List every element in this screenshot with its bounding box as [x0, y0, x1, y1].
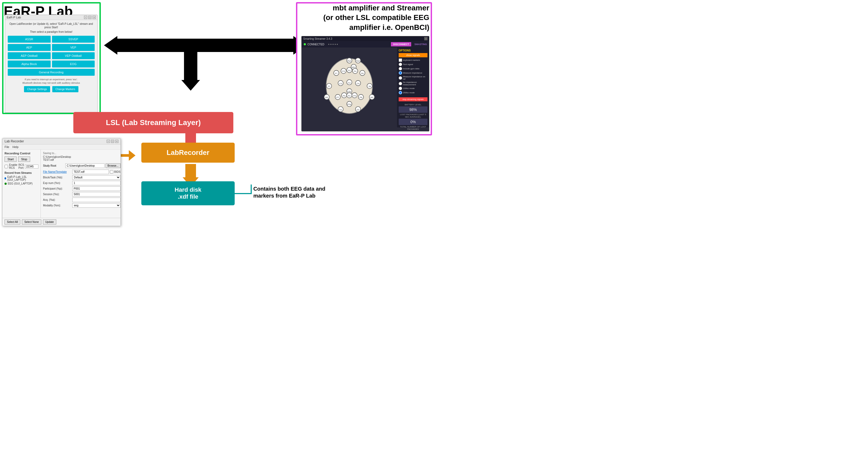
change-settings-button[interactable]: Change Settings	[24, 86, 50, 92]
svg-text:C4: C4	[357, 83, 360, 85]
measure-impedance-ref-radio[interactable]	[399, 76, 402, 80]
svg-text:M1: M1	[326, 96, 328, 99]
test-signal-radio[interactable]	[399, 63, 402, 66]
keyboard-markers-label: keyboard markers	[403, 59, 420, 61]
hz250-radio[interactable]	[399, 91, 402, 94]
minimize-btn[interactable]: −	[84, 16, 87, 19]
instruction-text: Open LabRecorder (or Update it), select …	[8, 22, 95, 29]
svg-text:POz: POz	[347, 103, 351, 105]
exp-num-label: Exp num (%n):	[43, 182, 72, 185]
footer-text: If you need to interrupt an experiment, …	[8, 78, 95, 85]
assr-button[interactable]: ASSR	[8, 36, 51, 43]
test-signal-row: Test signal	[399, 63, 428, 66]
show-signals-button[interactable]: show signals	[399, 53, 428, 57]
stop-streaming-button[interactable]: stop streaming signals	[399, 97, 428, 101]
lr-body: Recording Control Start Stop Enable RCS …	[2, 150, 121, 222]
acq-label: Acq. (%a):	[43, 198, 72, 201]
test-signal-label: Test signal	[403, 63, 413, 66]
disconnect-button[interactable]: DISCONNECT	[391, 42, 411, 46]
vep-button[interactable]: VEP	[52, 44, 95, 51]
no-impedance-label: No impedance measurement	[403, 81, 428, 86]
lr-close[interactable]: ×	[115, 140, 118, 143]
keyboard-markers-check[interactable]	[399, 58, 402, 62]
measure-impedance-radio[interactable]	[399, 71, 402, 75]
no-impedance-radio[interactable]	[399, 82, 402, 85]
general-recording-button[interactable]: General Recording	[8, 69, 95, 76]
modality-select[interactable]: eeg	[72, 203, 120, 208]
options-label: OPTIONS	[399, 49, 428, 52]
maximize-btn[interactable]: □	[88, 16, 91, 19]
measure-impedance-ref-row: Measure impedance on ref	[399, 75, 428, 80]
vep-oddball-button[interactable]: VEP Oddball	[52, 52, 95, 59]
include-gyro-radio[interactable]	[399, 67, 402, 70]
ear-p-window: EaR-P Lab − □ × Open LabRecorder (or Upd…	[5, 15, 98, 113]
eog-button[interactable]: EOG	[52, 61, 95, 67]
study-root-label: Study Root	[43, 164, 64, 167]
orange-head	[129, 150, 135, 161]
connected-dot	[304, 43, 306, 45]
ssvep-button[interactable]: SSVEP	[52, 36, 95, 43]
aep-button[interactable]: AEP	[8, 44, 51, 51]
browse-button[interactable]: Browse...	[105, 163, 121, 168]
svg-text:T8: T8	[369, 85, 371, 88]
connected-text: CONNECTED	[307, 43, 324, 46]
file-name-row: File Name/Template BIDS	[43, 169, 120, 174]
instruction-text2: Then select a paradigm from below!	[8, 30, 95, 34]
lr-menubar: File Help	[2, 145, 121, 150]
close-btn[interactable]: ×	[93, 16, 96, 19]
select-none-button[interactable]: Select None	[22, 219, 41, 224]
hz250-label: 250hz mode	[403, 91, 415, 94]
acq-input[interactable]	[72, 197, 120, 202]
exp-num-input[interactable]	[72, 181, 120, 185]
session-row: Session (%s):	[43, 192, 120, 196]
svg-text:P3: P3	[343, 95, 345, 97]
measure-impedance-ref-label: Measure impedance on ref	[403, 75, 428, 80]
study-root-input[interactable]	[65, 163, 104, 168]
session-label: Session (%s):	[43, 193, 72, 196]
stop-button[interactable]: Stop	[18, 157, 30, 162]
help-menu[interactable]: Help	[12, 145, 19, 149]
lr-maximize[interactable]: □	[111, 140, 114, 143]
block-task-row: Block/Task (%b): Default	[43, 175, 120, 180]
hz100-row: 100hz mode	[399, 87, 428, 90]
bids-check-row: BIDS	[110, 170, 120, 174]
hz100-radio[interactable]	[399, 87, 402, 90]
mbt-title: Smarting Streamer 3.4.3	[303, 37, 332, 40]
lr-minimize[interactable]: −	[107, 140, 110, 143]
change-markers-button[interactable]: Change Markers	[52, 86, 79, 92]
stream-item-2: EEG (GUI_LAPTOP)	[4, 182, 38, 185]
lr-right-panel: Saving to... C:\Users\glcon\Desktop TEST…	[41, 150, 122, 222]
lr-win-controls: − □ ×	[107, 140, 118, 143]
select-all-button[interactable]: Select All	[4, 219, 20, 224]
rcs-row: Enable RCS RCS Port:	[4, 163, 38, 169]
study-root-row: Study Root Browse...	[43, 163, 120, 168]
recording-control-title: Recording Control	[4, 152, 38, 155]
harddisk-box: Hard disk .xdf file	[141, 181, 235, 205]
lr-left-panel: Recording Control Start Stop Enable RCS …	[2, 150, 41, 222]
rec-control-row: Start Stop	[4, 157, 38, 162]
file-name-label[interactable]: File Name/Template	[43, 170, 72, 173]
file-menu[interactable]: File	[4, 145, 9, 149]
aep-oddball-button[interactable]: AEP Oddball	[8, 52, 51, 59]
labrecorder-box: LabRecorder	[141, 143, 235, 163]
mbt-close-btn[interactable]: ×	[424, 37, 428, 40]
update-button[interactable]: Update	[43, 219, 56, 224]
start-button[interactable]: Start	[4, 157, 17, 162]
mbt-brain-view: Fp1 Fp2 AFz F7 F3 Fz F4 F8 T7 C3	[302, 48, 397, 127]
ear-p-title: EaR-P Lab	[7, 16, 21, 19]
bids-checkbox[interactable]	[110, 170, 113, 174]
file-name-input[interactable]	[72, 169, 109, 174]
lr-title: Lab Recorder	[4, 139, 24, 143]
orange-h-arrow	[121, 150, 135, 161]
rcs-port-input[interactable]	[25, 164, 38, 168]
measure-impedance-row: Measure impedance	[399, 71, 428, 75]
block-task-select[interactable]: Default	[72, 175, 120, 180]
total-lost-label: TOTAL NUMBER OF LOST PACKAGES	[399, 126, 428, 130]
mbt-window: Smarting Streamer 3.4.3 × CONNECTED ● ● …	[301, 36, 429, 131]
alpha-block-button[interactable]: Alpha Block	[8, 61, 51, 67]
participant-input[interactable]	[72, 186, 120, 191]
teal-connector-v	[251, 185, 252, 194]
session-input[interactable]	[72, 192, 120, 196]
participant-row: Participant (%p):	[43, 186, 120, 191]
enable-rcs-checkbox[interactable]	[4, 165, 8, 168]
